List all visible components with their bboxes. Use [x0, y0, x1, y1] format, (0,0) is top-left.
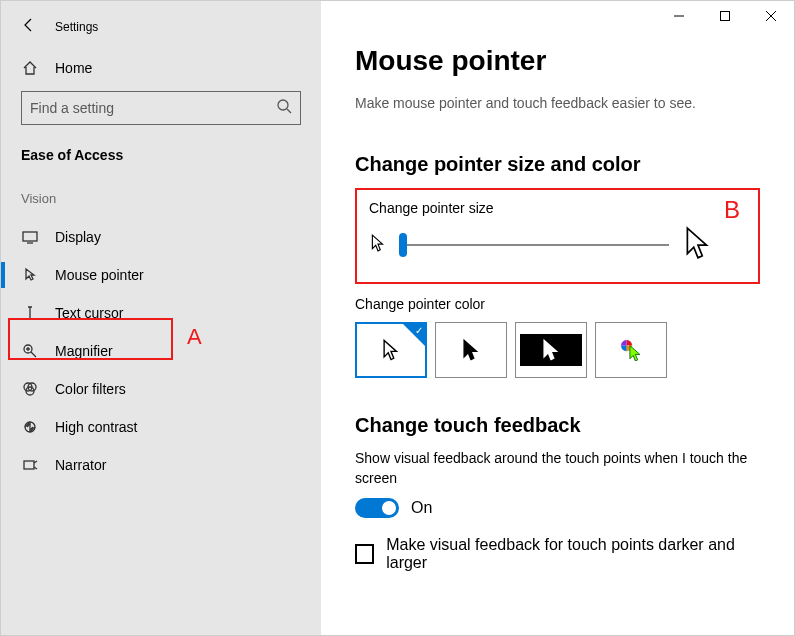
pointer-color-label: Change pointer color: [355, 296, 760, 312]
pointer-color-custom[interactable]: [595, 322, 667, 378]
pointer-color-black[interactable]: [435, 322, 507, 378]
large-cursor-icon: [681, 226, 715, 264]
slider-thumb[interactable]: [399, 233, 407, 257]
back-button[interactable]: [21, 17, 37, 37]
checkbox-label: Make visual feedback for touch points da…: [386, 536, 760, 572]
annotation-b-box: B Change pointer size: [355, 188, 760, 284]
slider-track: [399, 244, 669, 246]
search-field[interactable]: [30, 100, 276, 116]
annotation-b-label: B: [724, 196, 740, 224]
category-title: Ease of Access: [1, 137, 321, 187]
maximize-button[interactable]: [702, 1, 748, 31]
home-icon: [21, 60, 39, 76]
touch-feedback-toggle[interactable]: [355, 498, 399, 518]
sidebar-item-label: Narrator: [55, 457, 106, 473]
sidebar-item-label: Mouse pointer: [55, 267, 144, 283]
pointer-size-label: Change pointer size: [369, 200, 746, 216]
color-filters-icon: [21, 381, 39, 397]
mouse-pointer-icon: [21, 267, 39, 283]
minimize-button[interactable]: [656, 1, 702, 31]
sidebar-item-label: High contrast: [55, 419, 137, 435]
group-title: Vision: [1, 187, 321, 218]
narrator-icon: [21, 457, 39, 473]
toggle-state-label: On: [411, 499, 432, 517]
sidebar-item-narrator[interactable]: Narrator: [1, 446, 321, 484]
pointer-size-slider[interactable]: [399, 233, 669, 257]
check-icon: ✓: [415, 325, 423, 336]
section-touch-feedback: Change touch feedback: [355, 414, 760, 437]
search-input[interactable]: [21, 91, 301, 125]
search-icon: [276, 98, 292, 118]
svg-rect-7: [24, 461, 34, 469]
sidebar-item-label: Display: [55, 229, 101, 245]
pointer-color-inverted[interactable]: [515, 322, 587, 378]
svg-point-0: [278, 100, 288, 110]
display-icon: [21, 229, 39, 245]
high-contrast-icon: [21, 419, 39, 435]
sidebar-item-high-contrast[interactable]: High contrast: [1, 408, 321, 446]
svg-rect-8: [721, 12, 730, 21]
sidebar-item-label: Color filters: [55, 381, 126, 397]
annotation-a-label: A: [187, 324, 202, 350]
sidebar-item-display[interactable]: Display: [1, 218, 321, 256]
page-title: Mouse pointer: [355, 45, 760, 77]
home-nav[interactable]: Home: [1, 49, 321, 87]
darker-larger-checkbox[interactable]: [355, 544, 374, 564]
touch-description: Show visual feedback around the touch po…: [355, 449, 760, 488]
app-title: Settings: [55, 20, 98, 34]
section-size-color: Change pointer size and color: [355, 153, 760, 176]
home-label: Home: [55, 60, 92, 76]
annotation-a-box: [8, 318, 173, 360]
sidebar-item-mouse-pointer[interactable]: Mouse pointer: [1, 256, 321, 294]
sidebar-item-color-filters[interactable]: Color filters: [1, 370, 321, 408]
page-subtitle: Make mouse pointer and touch feedback ea…: [355, 95, 760, 111]
close-button[interactable]: [748, 1, 794, 31]
small-cursor-icon: [369, 234, 387, 256]
pointer-color-white[interactable]: ✓: [355, 322, 427, 378]
svg-rect-1: [23, 232, 37, 241]
